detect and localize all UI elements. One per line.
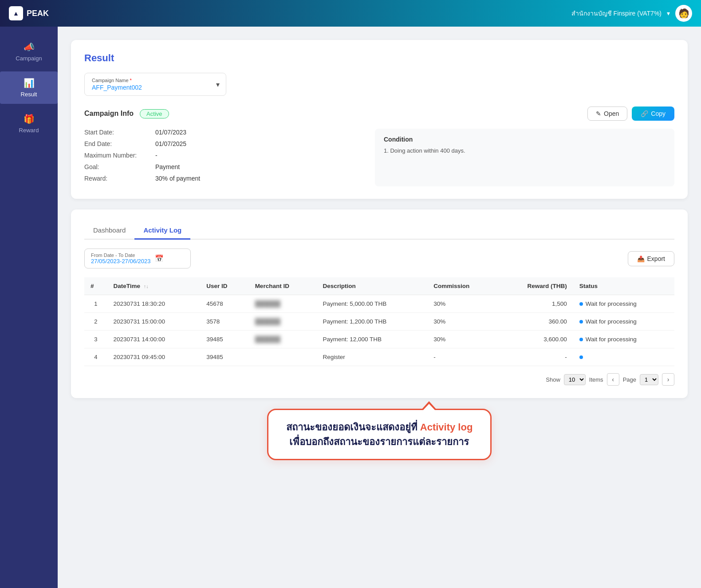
cell-user-id: 45678 xyxy=(200,295,248,313)
cell-user-id: 39485 xyxy=(200,348,248,366)
callout-line1-before: สถานะของยอดเงินจะแสดงอยู่ที่ xyxy=(286,422,420,433)
tabs: Dashboard Activity Log xyxy=(84,222,674,240)
copy-icon: 🔗 xyxy=(641,110,648,117)
status-dot xyxy=(579,338,583,341)
items-label: Items xyxy=(589,376,603,383)
status-dot xyxy=(579,320,583,324)
start-date-value: 01/07/2023 xyxy=(155,129,186,136)
show-select[interactable]: 10 20 50 xyxy=(564,374,586,385)
cell-reward: 1,500 xyxy=(497,295,573,313)
cell-datetime: 20230731 09:45:00 xyxy=(107,348,201,366)
status-badge: Active xyxy=(140,109,169,118)
cell-status: Wait for processing xyxy=(573,331,674,348)
cell-description: Register xyxy=(317,348,428,366)
status-text: Wait for processing xyxy=(586,300,637,307)
avatar[interactable]: 🧑 xyxy=(675,5,692,22)
cell-status: Wait for processing xyxy=(573,313,674,331)
main-content: Result Campaign Name * AFF_Payment002 ▾ … xyxy=(58,27,701,588)
date-field-value: 27/05/2023-27/06/2023 xyxy=(91,258,150,264)
col-user-id: User ID xyxy=(200,277,248,295)
reward-icon: 🎁 xyxy=(24,114,35,124)
cell-user-id: 39485 xyxy=(200,331,248,348)
info-fields: Start Date: 01/07/2023 End Date: 01/07/2… xyxy=(84,129,366,186)
col-reward: Reward (THB) xyxy=(497,277,573,295)
required-asterisk: * xyxy=(130,78,132,83)
logo-icon: ▲ xyxy=(9,6,23,20)
tab-activity-log[interactable]: Activity Log xyxy=(134,222,190,240)
info-row-reward: Reward: 30% of payment xyxy=(84,175,366,182)
next-page-button[interactable]: › xyxy=(662,373,674,386)
table-row: 220230731 15:00:003578██████Payment: 1,2… xyxy=(84,313,674,331)
dropdown-arrow-icon: ▾ xyxy=(216,80,220,89)
cell-commission: 30% xyxy=(427,295,497,313)
max-number-label: Maximum Number: xyxy=(84,152,155,159)
info-layout: Start Date: 01/07/2023 End Date: 01/07/2… xyxy=(84,129,674,186)
account-name[interactable]: สำนักงานบัญชี Finspire (VAT7%) xyxy=(571,8,662,18)
col-commission: Commission xyxy=(427,277,497,295)
goal-label: Goal: xyxy=(84,163,155,170)
campaign-name-value: AFF_Payment002 xyxy=(92,84,219,91)
activity-log-card: Dashboard Activity Log From Date - To Da… xyxy=(71,209,688,398)
callout-line2: เพื่อบอกถึงสถานะของรายการแต่ละรายการ xyxy=(289,436,469,447)
status-text: Wait for processing xyxy=(586,318,637,325)
info-row-max-number: Maximum Number: - xyxy=(84,152,366,159)
page-select[interactable]: 1 xyxy=(640,374,658,385)
col-status: Status xyxy=(573,277,674,295)
open-button[interactable]: ✎ Open xyxy=(587,107,627,121)
status-text: Wait for processing xyxy=(586,336,637,343)
tab-dashboard[interactable]: Dashboard xyxy=(84,222,134,240)
campaign-icon: 📣 xyxy=(24,42,35,52)
activity-table: # DateTime ↑↓ User ID Merchant ID Descri… xyxy=(84,277,674,366)
table-row: 120230731 18:30:2045678██████Payment: 5,… xyxy=(84,295,674,313)
status-dot xyxy=(579,302,583,306)
cell-reward: - xyxy=(497,348,573,366)
date-field-label: From Date - To Date xyxy=(91,253,150,258)
end-date-value: 01/07/2025 xyxy=(155,140,186,147)
cell-num: 2 xyxy=(84,313,107,331)
open-icon: ✎ xyxy=(596,110,601,117)
sidebar-item-campaign[interactable]: 📣 Campaign xyxy=(0,36,58,68)
sidebar: 📣 Campaign 📊 Result 🎁 Reward xyxy=(0,27,58,588)
sort-icon: ↑↓ xyxy=(144,284,149,289)
cell-datetime: 20230731 18:30:20 xyxy=(107,295,201,313)
result-title: Result xyxy=(84,52,674,64)
sidebar-item-label-reward: Reward xyxy=(19,127,39,134)
navbar-right: สำนักงานบัญชี Finspire (VAT7%) ▾ 🧑 xyxy=(571,5,692,22)
sidebar-item-result[interactable]: 📊 Result xyxy=(0,71,58,104)
campaign-name-dropdown[interactable]: Campaign Name * AFF_Payment002 ▾ xyxy=(84,73,226,96)
info-row-start-date: Start Date: 01/07/2023 xyxy=(84,129,366,136)
result-card: Result Campaign Name * AFF_Payment002 ▾ … xyxy=(71,40,688,199)
copy-button[interactable]: 🔗 Copy xyxy=(632,107,674,121)
export-button[interactable]: 📤 Export xyxy=(628,251,674,266)
reward-value: 30% of payment xyxy=(155,175,200,182)
cell-commission: 30% xyxy=(427,331,497,348)
prev-page-button[interactable]: ‹ xyxy=(607,373,619,386)
result-icon: 📊 xyxy=(24,78,35,88)
cell-merchant-id: ██████ xyxy=(249,295,317,313)
cell-description: Payment: 12,000 THB xyxy=(317,331,428,348)
reward-label: Reward: xyxy=(84,175,155,182)
sidebar-item-reward[interactable]: 🎁 Reward xyxy=(0,107,58,140)
pagination-row: Show 10 20 50 Items ‹ Page 1 › xyxy=(84,373,674,386)
page-label: Page xyxy=(623,376,636,383)
col-description: Description xyxy=(317,277,428,295)
calendar-icon: 📅 xyxy=(155,254,164,263)
date-field-inner: From Date - To Date 27/05/2023-27/06/202… xyxy=(91,253,150,264)
col-datetime[interactable]: DateTime ↑↓ xyxy=(107,277,201,295)
sidebar-item-label-campaign: Campaign xyxy=(16,55,42,62)
campaign-info-left: Campaign Info Active xyxy=(84,109,169,118)
cell-num: 4 xyxy=(84,348,107,366)
callout-highlight: Activity log xyxy=(420,422,473,433)
info-row-end-date: End Date: 01/07/2025 xyxy=(84,140,366,147)
cell-num: 1 xyxy=(84,295,107,313)
date-range-input[interactable]: From Date - To Date 27/05/2023-27/06/202… xyxy=(84,249,191,268)
end-date-label: End Date: xyxy=(84,140,155,147)
cell-description: Payment: 1,200.00 THB xyxy=(317,313,428,331)
export-icon: 📤 xyxy=(637,255,645,262)
table-row: 320230731 14:00:0039485██████Payment: 12… xyxy=(84,331,674,348)
col-num: # xyxy=(84,277,107,295)
cell-reward: 360.00 xyxy=(497,313,573,331)
sidebar-item-label-result: Result xyxy=(21,91,37,98)
callout-text: สถานะของยอดเงินจะแสดงอยู่ที่ Activity lo… xyxy=(286,420,473,449)
cell-num: 3 xyxy=(84,331,107,348)
